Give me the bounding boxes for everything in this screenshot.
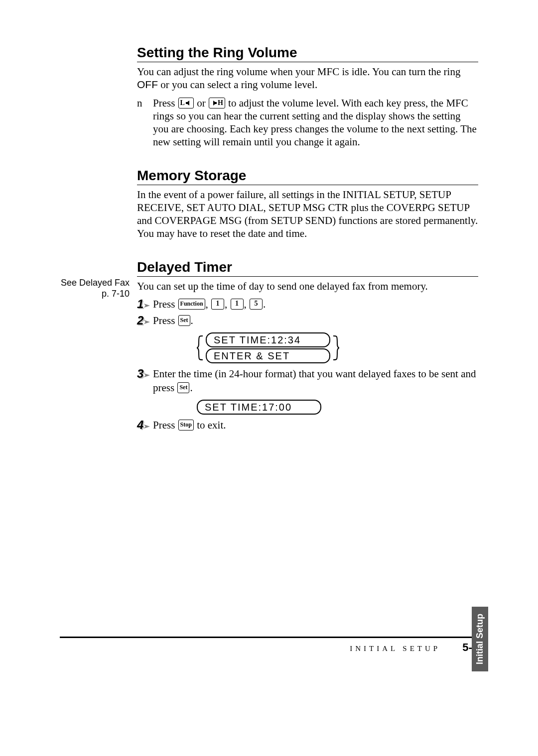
step-number-1: 1 1 <box>137 298 150 311</box>
step-2: 2 2 Press Set. <box>137 314 478 327</box>
memory-body: In the event of a power failure, all set… <box>137 188 478 240</box>
ring-intro: You can adjust the ring volume when your… <box>137 65 478 92</box>
step-text: Press Function, 1, 1, 5. <box>153 298 266 311</box>
key-stop: Stop <box>178 420 194 431</box>
off-label: OFF <box>137 79 158 90</box>
text: Press <box>153 315 178 326</box>
key-volume-low: L <box>178 98 194 108</box>
text: or <box>194 97 208 109</box>
text: . <box>191 315 193 326</box>
section-delayed-timer: See Delayed Fax p. 7-10 Delayed Timer Yo… <box>137 259 478 432</box>
heading-ring-volume: Setting the Ring Volume <box>137 45 478 62</box>
speaker-icon <box>186 101 192 106</box>
key-volume-high: H <box>209 98 225 108</box>
arrow-icon <box>144 425 150 429</box>
page: Setting the Ring Volume You can adjust t… <box>0 0 538 756</box>
key-1: 1 <box>211 299 224 310</box>
margin-note-delayed-fax: See Delayed Fax p. 7-10 <box>60 277 130 300</box>
footer-section-label: INITIAL SETUP <box>350 645 440 652</box>
key-label: H <box>218 99 223 108</box>
lcd-line-2: ENTER & SET <box>206 348 330 363</box>
page-footer: INITIAL SETUP 5-7 <box>60 637 478 654</box>
text: Press <box>153 419 178 431</box>
text: You can adjust the ring volume when your… <box>137 66 460 78</box>
lcd-display-2: SET TIME:17:00 <box>197 400 478 415</box>
text: Enter the time (in 24-hour format) that … <box>153 368 476 393</box>
svg-marker-1 <box>213 101 217 106</box>
num-front: 1 <box>137 298 143 311</box>
delayed-intro: You can set up the time of day to send o… <box>137 280 478 293</box>
key-function: Function <box>178 299 205 310</box>
key-5: 5 <box>250 299 263 310</box>
step-number-2: 2 2 <box>137 314 150 327</box>
svg-marker-0 <box>186 101 189 106</box>
step-text: Enter the time (in 24-hour format) that … <box>153 367 478 395</box>
step-3: 3 3 Enter the time (in 24-hour format) t… <box>137 367 478 395</box>
content-column: Setting the Ring Volume You can adjust t… <box>137 45 478 432</box>
bullet-text: Press L or H to adjust the volume level.… <box>153 97 478 149</box>
key-1: 1 <box>231 299 244 310</box>
num-front: 4 <box>137 419 143 432</box>
svg-marker-4 <box>144 373 150 377</box>
arrow-icon <box>144 373 150 377</box>
side-tab: Initial Setup <box>472 607 488 671</box>
step-1: 1 1 Press Function, 1, 1, 5. <box>137 298 478 311</box>
lcd-line-1: SET TIME:12:34 <box>206 332 330 347</box>
svg-marker-2 <box>144 304 150 308</box>
text: or you can select a ring volume level. <box>158 79 317 91</box>
lcd-group: SET TIME:12:34 ENTER & SET <box>206 332 330 363</box>
text: . <box>190 382 192 394</box>
heading-delayed-timer: Delayed Timer <box>137 259 478 277</box>
section-memory-storage: Memory Storage In the event of a power f… <box>137 168 478 240</box>
key-label: L <box>180 99 185 108</box>
svg-marker-5 <box>144 425 150 429</box>
text: Press <box>153 97 178 109</box>
lcd-group: SET TIME:17:00 <box>197 400 321 415</box>
text: . <box>263 298 266 310</box>
text: Press <box>153 298 178 310</box>
step-text: Press Stop to exit. <box>153 419 226 432</box>
arrow-icon <box>144 320 150 324</box>
text: to exit. <box>194 419 226 431</box>
lcd-display-1: SET TIME:12:34 ENTER & SET <box>197 332 478 363</box>
arrow-icon <box>144 304 150 308</box>
key-set: Set <box>177 382 189 393</box>
svg-marker-3 <box>144 320 150 324</box>
bracket-left-icon <box>197 334 204 362</box>
lcd-line: SET TIME:17:00 <box>197 400 321 415</box>
step-number-4: 4 4 <box>137 419 150 432</box>
num-front: 3 <box>137 367 143 380</box>
key-set: Set <box>178 315 190 326</box>
speaker-icon <box>211 101 217 106</box>
step-4: 4 4 Press Stop to exit. <box>137 419 478 432</box>
heading-memory-storage: Memory Storage <box>137 168 478 185</box>
step-text: Press Set. <box>153 314 193 327</box>
bracket-right-icon <box>332 334 339 362</box>
section-ring-volume: Setting the Ring Volume You can adjust t… <box>137 45 478 149</box>
num-front: 2 <box>137 314 143 327</box>
step-number-3: 3 3 <box>137 367 150 380</box>
ring-instruction: n Press L or H to adjust the volume leve… <box>137 97 478 149</box>
bullet-marker: n <box>137 97 153 149</box>
